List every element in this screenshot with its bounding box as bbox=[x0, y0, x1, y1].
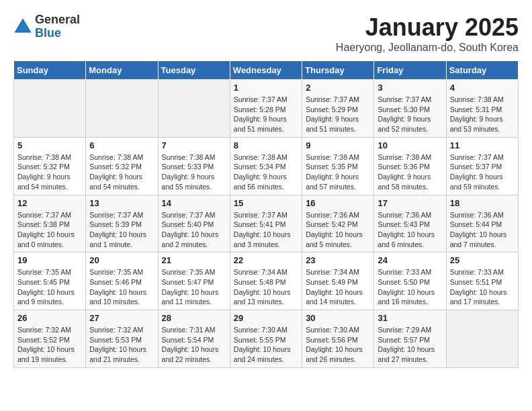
day-info: Sunrise: 7:34 AM Sunset: 5:48 PM Dayligh… bbox=[234, 267, 298, 307]
logo-blue-text: Blue bbox=[35, 27, 80, 40]
day-number: 26 bbox=[17, 313, 82, 323]
calendar-cell: 4Sunrise: 7:38 AM Sunset: 5:31 PM Daylig… bbox=[446, 80, 518, 138]
calendar-cell: 25Sunrise: 7:33 AM Sunset: 5:51 PM Dayli… bbox=[446, 253, 518, 310]
calendar-cell: 18Sunrise: 7:36 AM Sunset: 5:44 PM Dayli… bbox=[446, 195, 518, 253]
calendar-cell: 28Sunrise: 7:31 AM Sunset: 5:54 PM Dayli… bbox=[158, 310, 230, 368]
calendar-table: SundayMondayTuesdayWednesdayThursdayFrid… bbox=[13, 60, 519, 368]
day-number: 12 bbox=[17, 198, 82, 208]
day-number: 10 bbox=[378, 140, 442, 150]
day-info: Sunrise: 7:33 AM Sunset: 5:51 PM Dayligh… bbox=[450, 267, 515, 307]
day-info: Sunrise: 7:38 AM Sunset: 5:31 PM Dayligh… bbox=[450, 95, 515, 134]
calendar-subtitle: Haeryong, Jeollanam-do, South Korea bbox=[336, 42, 519, 54]
day-number: 4 bbox=[450, 83, 515, 93]
day-info: Sunrise: 7:37 AM Sunset: 5:37 PM Dayligh… bbox=[450, 152, 515, 192]
day-info: Sunrise: 7:37 AM Sunset: 5:41 PM Dayligh… bbox=[234, 210, 298, 250]
day-number: 3 bbox=[378, 83, 442, 93]
calendar-cell: 2Sunrise: 7:37 AM Sunset: 5:29 PM Daylig… bbox=[302, 80, 374, 138]
day-info: Sunrise: 7:34 AM Sunset: 5:49 PM Dayligh… bbox=[306, 267, 370, 307]
day-info: Sunrise: 7:38 AM Sunset: 5:34 PM Dayligh… bbox=[234, 152, 298, 192]
calendar-cell: 29Sunrise: 7:30 AM Sunset: 5:55 PM Dayli… bbox=[230, 310, 302, 368]
calendar-cell: 8Sunrise: 7:38 AM Sunset: 5:34 PM Daylig… bbox=[230, 137, 302, 195]
calendar-cell bbox=[158, 80, 230, 138]
day-info: Sunrise: 7:38 AM Sunset: 5:36 PM Dayligh… bbox=[378, 152, 442, 192]
day-number: 18 bbox=[450, 198, 515, 208]
calendar-cell: 7Sunrise: 7:38 AM Sunset: 5:33 PM Daylig… bbox=[158, 137, 230, 195]
day-number: 15 bbox=[234, 198, 298, 208]
calendar-cell: 11Sunrise: 7:37 AM Sunset: 5:37 PM Dayli… bbox=[446, 137, 518, 195]
day-info: Sunrise: 7:30 AM Sunset: 5:56 PM Dayligh… bbox=[306, 325, 370, 365]
day-number: 25 bbox=[450, 255, 515, 265]
calendar-week-row: 5Sunrise: 7:38 AM Sunset: 5:32 PM Daylig… bbox=[14, 137, 519, 195]
calendar-body: 1Sunrise: 7:37 AM Sunset: 5:28 PM Daylig… bbox=[14, 80, 519, 368]
calendar-cell: 1Sunrise: 7:37 AM Sunset: 5:28 PM Daylig… bbox=[230, 80, 302, 138]
day-number: 29 bbox=[234, 313, 298, 323]
day-info: Sunrise: 7:36 AM Sunset: 5:42 PM Dayligh… bbox=[306, 210, 370, 250]
day-info: Sunrise: 7:38 AM Sunset: 5:32 PM Dayligh… bbox=[89, 152, 154, 192]
logo: General Blue bbox=[13, 13, 80, 40]
day-number: 16 bbox=[306, 198, 370, 208]
day-number: 28 bbox=[162, 313, 226, 323]
day-info: Sunrise: 7:32 AM Sunset: 5:52 PM Dayligh… bbox=[17, 325, 82, 365]
header-day: Tuesday bbox=[158, 61, 230, 80]
day-info: Sunrise: 7:37 AM Sunset: 5:40 PM Dayligh… bbox=[162, 210, 226, 250]
title-section: January 2025 Haeryong, Jeollanam-do, Sou… bbox=[336, 13, 519, 54]
day-info: Sunrise: 7:37 AM Sunset: 5:38 PM Dayligh… bbox=[17, 210, 82, 250]
day-info: Sunrise: 7:37 AM Sunset: 5:30 PM Dayligh… bbox=[378, 95, 442, 134]
calendar-cell: 16Sunrise: 7:36 AM Sunset: 5:42 PM Dayli… bbox=[302, 195, 374, 253]
day-info: Sunrise: 7:36 AM Sunset: 5:44 PM Dayligh… bbox=[450, 210, 515, 250]
calendar-cell: 17Sunrise: 7:36 AM Sunset: 5:43 PM Dayli… bbox=[374, 195, 446, 253]
calendar-cell: 27Sunrise: 7:32 AM Sunset: 5:53 PM Dayli… bbox=[86, 310, 158, 368]
calendar-cell: 24Sunrise: 7:33 AM Sunset: 5:50 PM Dayli… bbox=[374, 253, 446, 310]
calendar-cell: 15Sunrise: 7:37 AM Sunset: 5:41 PM Dayli… bbox=[230, 195, 302, 253]
calendar-cell bbox=[86, 80, 158, 138]
header-row: SundayMondayTuesdayWednesdayThursdayFrid… bbox=[14, 61, 519, 80]
header-day: Wednesday bbox=[230, 61, 302, 80]
day-number: 8 bbox=[234, 140, 298, 150]
day-number: 11 bbox=[450, 140, 515, 150]
day-number: 20 bbox=[89, 255, 154, 265]
calendar-cell: 12Sunrise: 7:37 AM Sunset: 5:38 PM Dayli… bbox=[14, 195, 86, 253]
day-number: 6 bbox=[89, 140, 154, 150]
calendar-cell: 31Sunrise: 7:29 AM Sunset: 5:57 PM Dayli… bbox=[374, 310, 446, 368]
day-number: 31 bbox=[378, 313, 442, 323]
day-number: 22 bbox=[234, 255, 298, 265]
day-number: 21 bbox=[162, 255, 226, 265]
header-day: Sunday bbox=[14, 61, 86, 80]
day-info: Sunrise: 7:29 AM Sunset: 5:57 PM Dayligh… bbox=[378, 325, 442, 365]
header-day: Saturday bbox=[446, 61, 518, 80]
day-number: 23 bbox=[306, 255, 370, 265]
day-number: 24 bbox=[378, 255, 442, 265]
day-info: Sunrise: 7:35 AM Sunset: 5:45 PM Dayligh… bbox=[17, 267, 82, 307]
header-day: Friday bbox=[374, 61, 446, 80]
calendar-cell: 21Sunrise: 7:35 AM Sunset: 5:47 PM Dayli… bbox=[158, 253, 230, 310]
day-number: 7 bbox=[162, 140, 226, 150]
calendar-cell bbox=[14, 80, 86, 138]
day-number: 13 bbox=[89, 198, 154, 208]
calendar-cell: 23Sunrise: 7:34 AM Sunset: 5:49 PM Dayli… bbox=[302, 253, 374, 310]
calendar-cell: 10Sunrise: 7:38 AM Sunset: 5:36 PM Dayli… bbox=[374, 137, 446, 195]
calendar-cell: 19Sunrise: 7:35 AM Sunset: 5:45 PM Dayli… bbox=[14, 253, 86, 310]
day-number: 27 bbox=[89, 313, 154, 323]
day-info: Sunrise: 7:35 AM Sunset: 5:46 PM Dayligh… bbox=[89, 267, 154, 307]
calendar-cell: 26Sunrise: 7:32 AM Sunset: 5:52 PM Dayli… bbox=[14, 310, 86, 368]
calendar-cell: 9Sunrise: 7:38 AM Sunset: 5:35 PM Daylig… bbox=[302, 137, 374, 195]
calendar-cell: 20Sunrise: 7:35 AM Sunset: 5:46 PM Dayli… bbox=[86, 253, 158, 310]
day-info: Sunrise: 7:35 AM Sunset: 5:47 PM Dayligh… bbox=[162, 267, 226, 307]
calendar-week-row: 12Sunrise: 7:37 AM Sunset: 5:38 PM Dayli… bbox=[14, 195, 519, 253]
day-number: 9 bbox=[306, 140, 370, 150]
calendar-week-row: 19Sunrise: 7:35 AM Sunset: 5:45 PM Dayli… bbox=[14, 253, 519, 310]
calendar-header: SundayMondayTuesdayWednesdayThursdayFrid… bbox=[14, 61, 519, 80]
logo-general-text: General bbox=[35, 13, 80, 27]
calendar-cell: 5Sunrise: 7:38 AM Sunset: 5:32 PM Daylig… bbox=[14, 137, 86, 195]
page-header: General Blue January 2025 Haeryong, Jeol… bbox=[13, 13, 519, 54]
day-info: Sunrise: 7:37 AM Sunset: 5:39 PM Dayligh… bbox=[89, 210, 154, 250]
calendar-title: January 2025 bbox=[336, 13, 519, 42]
day-info: Sunrise: 7:33 AM Sunset: 5:50 PM Dayligh… bbox=[378, 267, 442, 307]
calendar-cell: 14Sunrise: 7:37 AM Sunset: 5:40 PM Dayli… bbox=[158, 195, 230, 253]
calendar-cell: 6Sunrise: 7:38 AM Sunset: 5:32 PM Daylig… bbox=[86, 137, 158, 195]
day-number: 1 bbox=[234, 83, 298, 93]
day-number: 2 bbox=[306, 83, 370, 93]
logo-icon bbox=[13, 17, 32, 36]
day-info: Sunrise: 7:37 AM Sunset: 5:29 PM Dayligh… bbox=[306, 95, 370, 134]
day-info: Sunrise: 7:31 AM Sunset: 5:54 PM Dayligh… bbox=[162, 325, 226, 365]
